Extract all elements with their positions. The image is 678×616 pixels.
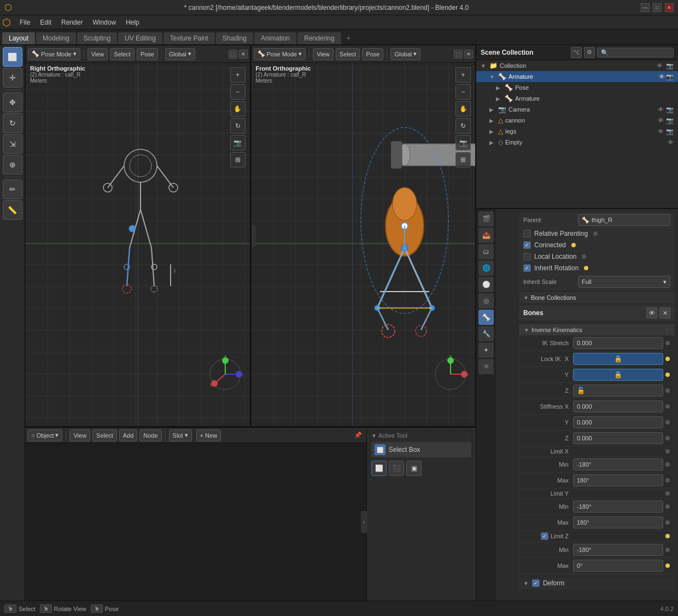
node-view[interactable]: View — [69, 429, 90, 441]
transform-tool[interactable]: ⊕ — [3, 155, 22, 175]
limit-x-max-value[interactable]: 180° — [573, 474, 663, 486]
outliner-pose[interactable]: ▶ 🦴 Pose — [476, 82, 678, 93]
relative-parenting-checkbox[interactable] — [523, 230, 531, 237]
legs-render[interactable]: 📷 — [666, 128, 674, 135]
bones-close-btn[interactable]: ✕ — [659, 307, 670, 318]
vp-r-zoom-out[interactable]: − — [455, 84, 471, 100]
menu-file[interactable]: File — [15, 18, 34, 27]
viewport-right[interactable]: 🦴 Pose Mode ▾ View Select Pose Global ▾ … — [251, 45, 476, 427]
prop-tab-particles[interactable]: ✦ — [478, 342, 494, 358]
vp-r-pan[interactable]: ✋ — [455, 101, 471, 117]
vp-r-zoom-in[interactable]: + — [455, 67, 471, 83]
outliner-legs[interactable]: ▶ △ legs 👁 📷 — [476, 126, 678, 137]
outliner-search-input[interactable] — [597, 48, 674, 57]
tab-animation[interactable]: Animation — [254, 32, 296, 44]
menu-edit[interactable]: Edit — [36, 18, 56, 27]
menu-help[interactable]: Help — [121, 18, 144, 27]
cursor-tool[interactable]: ✛ — [3, 68, 22, 88]
prop-tab-bone[interactable]: 🦴 — [478, 310, 494, 325]
vp-r-camera[interactable]: 📷 — [455, 135, 471, 150]
vp-right-orientation[interactable]: Global ▾ — [390, 48, 420, 60]
vp-r-grid[interactable]: ⊞ — [455, 152, 471, 167]
outliner-armature-data[interactable]: ▶ 🦴 Armature — [476, 93, 678, 104]
vp-left-close[interactable]: ✕ — [239, 50, 248, 59]
tab-shading[interactable]: Shading — [216, 32, 253, 44]
vp-right-pose[interactable]: Pose — [362, 48, 383, 60]
outliner-collection[interactable]: ▼ 📁 Collection 👁 📷 — [476, 60, 678, 71]
vp-right-overlays[interactable]: ⬚ — [454, 50, 463, 59]
limit-y-min-value[interactable]: -180° — [573, 501, 663, 513]
outliner-camera[interactable]: ▶ 📷 Camera 👁 📷 — [476, 104, 678, 115]
inherit-scale-value[interactable]: Full ▾ — [578, 276, 670, 288]
outliner-empty[interactable]: ▶ ◇ Empty 👁 — [476, 137, 678, 148]
tab-uv-editing[interactable]: UV Editing — [118, 32, 162, 44]
stiffness-z-value[interactable]: 0.000 — [573, 432, 663, 444]
ik-stretch-value[interactable]: 0.000 — [573, 337, 663, 349]
stiffness-x-value[interactable]: 0.000 — [573, 400, 663, 412]
active-tool-menu-dots[interactable]: ⋮ — [466, 433, 471, 439]
prop-tab-physics[interactable]: ⚛ — [478, 359, 494, 374]
node-editor[interactable]: ○ Object ▾ View Select Add Node Slot ▾ — [25, 428, 366, 601]
prop-tab-scene[interactable]: 🌐 — [478, 260, 494, 276]
lock-ik-x-value[interactable]: 🔒 — [573, 353, 663, 365]
editor-type-selector[interactable]: ○ Object ▾ — [27, 429, 62, 441]
minimize-button[interactable]: — — [641, 3, 650, 12]
tab-texture-paint[interactable]: Texture Paint — [163, 32, 215, 44]
node-select[interactable]: Select — [92, 429, 117, 441]
limit-z-max-value[interactable]: 0° — [573, 560, 663, 572]
prop-tab-modifier[interactable]: 🔧 — [478, 326, 494, 341]
lock-ik-y-value[interactable]: 🔒 — [573, 369, 663, 381]
vp-pan[interactable]: ✋ — [230, 101, 246, 117]
vp-grid[interactable]: ⊞ — [230, 152, 246, 167]
prop-tab-render[interactable]: 🎬 — [478, 211, 494, 226]
vp-zoom-out[interactable]: − — [230, 84, 246, 100]
measure-tool[interactable]: 📏 — [3, 200, 22, 220]
vp-left-orientation[interactable]: Global ▾ — [165, 48, 195, 60]
outliner-settings-btn[interactable]: ⚙ — [584, 47, 595, 58]
legs-eye[interactable]: 👁 — [658, 128, 664, 135]
prop-tab-object[interactable]: ◎ — [478, 293, 494, 309]
annotate-tool[interactable]: ✏ — [3, 179, 22, 199]
armature-render-vis[interactable]: 📷 — [666, 73, 674, 80]
bone-collections-header[interactable]: ▼ Bone Collections — [519, 292, 675, 303]
viewport-collapse-left[interactable]: ‹ — [251, 225, 256, 247]
tool-mode-2[interactable]: ⬛ — [389, 461, 404, 476]
maximize-button[interactable]: □ — [653, 3, 662, 12]
rotate-tool[interactable]: ↻ — [3, 113, 22, 133]
prop-tab-world[interactable]: ⚪ — [478, 277, 494, 292]
vp-zoom-in[interactable]: + — [230, 67, 246, 83]
deform-checkbox[interactable]: ✓ — [532, 579, 540, 587]
vp-left-view[interactable]: View — [87, 48, 108, 60]
node-add[interactable]: Add — [119, 429, 138, 441]
ik-menu[interactable]: ⋮ — [664, 327, 670, 333]
outliner-filter-btn[interactable]: ⌥ — [571, 47, 582, 58]
node-collapse-right[interactable]: › — [361, 511, 367, 533]
vp-orbit[interactable]: ↻ — [230, 118, 246, 133]
inherit-rotation-checkbox[interactable]: ✓ — [523, 264, 531, 272]
vp-left-pose[interactable]: Pose — [137, 48, 158, 60]
bones-eye-btn[interactable]: 👁 — [646, 307, 657, 318]
parent-value[interactable]: 🦴 thigh_R — [578, 214, 670, 226]
lock-ik-z-value[interactable]: 🔓 — [573, 385, 663, 397]
vp-right-select[interactable]: Select — [336, 48, 360, 60]
menu-window[interactable]: Window — [88, 18, 120, 27]
limit-z-min-value[interactable]: -180° — [573, 544, 663, 556]
camera-eye[interactable]: 👁 — [658, 106, 664, 113]
select-box-tool[interactable]: ⬜ — [3, 47, 22, 67]
vp-right-mode-selector[interactable]: 🦴 Pose Mode ▾ — [254, 48, 306, 60]
select-box-item[interactable]: ⬜ Select Box — [371, 442, 471, 457]
close-button[interactable]: ✕ — [665, 3, 674, 12]
tab-modeling[interactable]: Modeling — [36, 32, 76, 44]
cannon-render[interactable]: 📷 — [666, 117, 674, 124]
vp-left-mode-selector[interactable]: 🦴 Pose Mode ▾ — [28, 48, 80, 60]
node-pin-icon[interactable]: 📌 — [352, 432, 364, 439]
active-tool-collapse[interactable]: ▼ — [371, 433, 377, 439]
connected-checkbox[interactable]: ✓ — [523, 241, 531, 249]
node-node[interactable]: Node — [139, 429, 161, 441]
tab-layout[interactable]: Layout — [2, 32, 35, 44]
viewport-left[interactable]: 🦴 Pose Mode ▾ View Select Pose Global ▾ … — [25, 45, 251, 427]
vp-r-orbit[interactable]: ↻ — [455, 118, 471, 133]
tab-rendering[interactable]: Rendering — [297, 32, 341, 44]
node-slot[interactable]: Slot ▾ — [169, 429, 192, 441]
prop-tab-view-layer[interactable]: 🗂 — [478, 244, 494, 259]
